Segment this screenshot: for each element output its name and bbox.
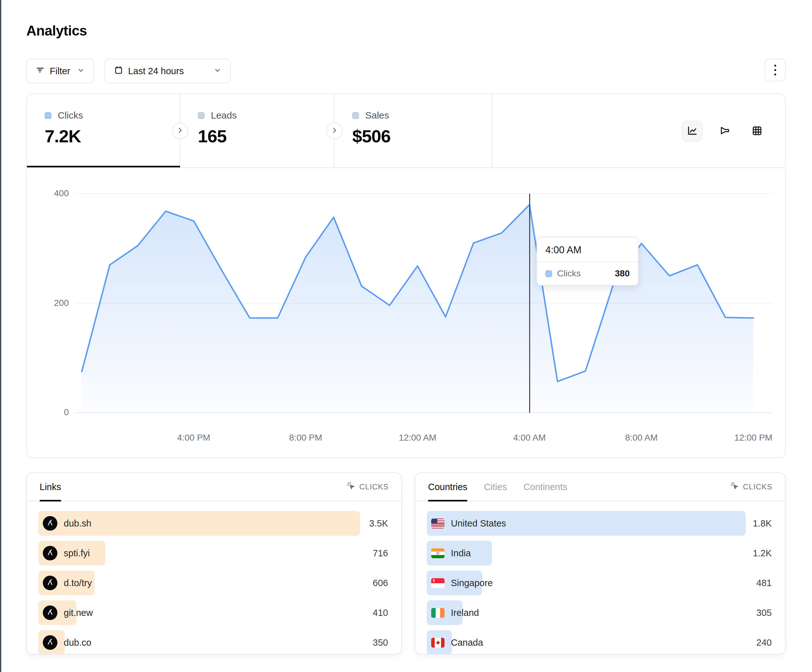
funnel-icon	[719, 125, 730, 137]
country-label: Canada	[451, 638, 483, 648]
link-row[interactable]: dub.co 350	[38, 630, 390, 655]
chart-crosshair	[529, 194, 530, 413]
expand-clicks-button[interactable]	[172, 123, 188, 139]
table-view-button[interactable]	[746, 121, 767, 142]
countries-panel: Countries Cities Continents CLICKS	[415, 472, 786, 655]
kebab-menu-icon	[774, 65, 776, 75]
tab-clicks[interactable]: Clicks 7.2K	[27, 94, 180, 167]
link-label: d.to/try	[64, 578, 92, 588]
tab-links[interactable]: Links	[39, 473, 61, 501]
tab-sales[interactable]: Sales $506	[334, 94, 492, 167]
date-range-label: Last 24 hours	[128, 66, 184, 77]
dub-logo-icon	[43, 635, 57, 650]
country-row[interactable]: United States 1.8K	[427, 511, 774, 536]
dub-logo-icon	[43, 516, 57, 530]
y-axis-tick: 0	[30, 407, 69, 418]
y-axis-tick: 200	[30, 298, 69, 308]
link-row[interactable]: dub.sh 3.5K	[38, 511, 390, 536]
link-row[interactable]: git.new 410	[38, 600, 390, 625]
countries-metric-header[interactable]: CLICKS	[730, 481, 773, 492]
links-metric-header[interactable]: CLICKS	[346, 481, 389, 492]
sales-legend-chip	[352, 112, 359, 119]
calendar-icon	[114, 66, 123, 77]
country-row[interactable]: Canada 240	[427, 630, 774, 655]
country-row[interactable]: Ireland 305	[427, 600, 774, 625]
active-tab-underline	[27, 166, 180, 167]
more-options-button[interactable]	[765, 59, 786, 82]
link-clicks-value: 410	[373, 608, 388, 618]
filter-button-label: Filter	[50, 66, 70, 77]
line-chart-view-button[interactable]	[682, 121, 703, 142]
link-clicks-value: 350	[373, 638, 388, 648]
chevron-down-icon	[214, 66, 221, 77]
country-clicks-value: 1.2K	[753, 548, 772, 559]
links-panel-header: Links CLICKS	[27, 473, 401, 501]
date-range-button[interactable]: Last 24 hours	[105, 59, 231, 84]
tooltip-value: 380	[615, 268, 630, 279]
filter-button[interactable]: Filter	[26, 59, 94, 84]
tab-cities[interactable]: Cities	[484, 473, 507, 501]
tooltip-legend-chip	[545, 270, 552, 277]
x-axis-tick: 8:00 PM	[289, 433, 322, 443]
chevron-right-icon	[177, 127, 184, 135]
x-axis-labels: 4:00 PM 8:00 PM 12:00 AM 4:00 AM 8:00 AM…	[82, 433, 753, 445]
x-axis-tick: 4:00 PM	[177, 433, 210, 443]
metric-tabs-row: Clicks 7.2K Leads 165 Sales $506	[27, 94, 785, 168]
analytics-chart-card: Clicks 7.2K Leads 165 Sales $506	[26, 94, 786, 458]
us-flag-icon	[431, 518, 445, 529]
cursor-click-icon	[730, 481, 739, 492]
x-axis-tick: 4:00 AM	[513, 433, 546, 443]
cursor-click-icon	[346, 481, 355, 492]
ireland-flag-icon	[431, 608, 445, 618]
tab-countries[interactable]: Countries	[428, 473, 467, 501]
link-label: git.new	[64, 608, 93, 618]
chevron-down-icon	[77, 66, 85, 77]
countries-rows: United States 1.8K India 1.2K	[415, 501, 785, 655]
link-label: dub.sh	[64, 518, 91, 529]
x-axis-tick: 12:00 AM	[399, 433, 436, 443]
india-flag-icon	[431, 548, 445, 558]
canada-flag-icon	[431, 638, 445, 648]
link-row[interactable]: d.to/try 606	[38, 571, 390, 595]
tab-continents[interactable]: Continents	[524, 473, 568, 501]
country-label: Ireland	[451, 608, 479, 618]
country-clicks-value: 305	[757, 608, 772, 618]
tooltip-series-label: Clicks	[557, 268, 581, 279]
link-clicks-value: 716	[373, 548, 388, 559]
chart-series-area[interactable]: 4:00 AM Clicks 380	[82, 194, 753, 413]
links-rows: dub.sh 3.5K spti.fyi 716 d.to/try 606	[27, 501, 401, 655]
line-chart-icon	[687, 125, 698, 137]
expand-leads-button[interactable]	[326, 123, 343, 139]
area-chart-svg	[82, 194, 753, 413]
country-row[interactable]: Singapore 481	[427, 571, 774, 595]
dub-logo-icon	[43, 605, 57, 620]
funnel-view-button[interactable]	[714, 121, 735, 142]
x-axis-tick: 12:00 PM	[734, 433, 773, 443]
leads-value: 165	[198, 126, 334, 147]
window-edge-stripe	[0, 0, 1, 672]
link-clicks-value: 606	[373, 578, 388, 588]
country-label: United States	[451, 518, 506, 529]
chart-tooltip: 4:00 AM Clicks 380	[536, 237, 638, 286]
leads-tab-label: Leads	[211, 110, 237, 121]
link-label: spti.fyi	[64, 548, 90, 559]
country-row[interactable]: India 1.2K	[427, 541, 774, 566]
chevron-right-icon	[331, 127, 338, 135]
country-clicks-value: 1.8K	[753, 518, 772, 529]
y-axis-tick: 400	[30, 188, 69, 198]
sales-tab-label: Sales	[365, 110, 389, 121]
links-panel: Links CLICKS dub.sh 3.5K	[26, 472, 402, 655]
clicks-legend-chip	[45, 112, 51, 119]
link-label: dub.co	[64, 638, 91, 648]
grid-icon	[751, 125, 762, 137]
filter-icon	[36, 66, 45, 77]
dub-logo-icon	[43, 576, 57, 590]
link-row[interactable]: spti.fyi 716	[38, 541, 390, 566]
tab-leads[interactable]: Leads 165	[180, 94, 334, 167]
tooltip-time: 4:00 AM	[537, 237, 638, 262]
toolbar: Filter Last 24 hours	[26, 59, 786, 84]
country-label: India	[451, 548, 471, 559]
clicks-chart[interactable]: 400 200 0 4:00 AM	[27, 168, 785, 457]
clicks-tab-label: Clicks	[58, 110, 83, 121]
country-label: Singapore	[451, 578, 493, 588]
